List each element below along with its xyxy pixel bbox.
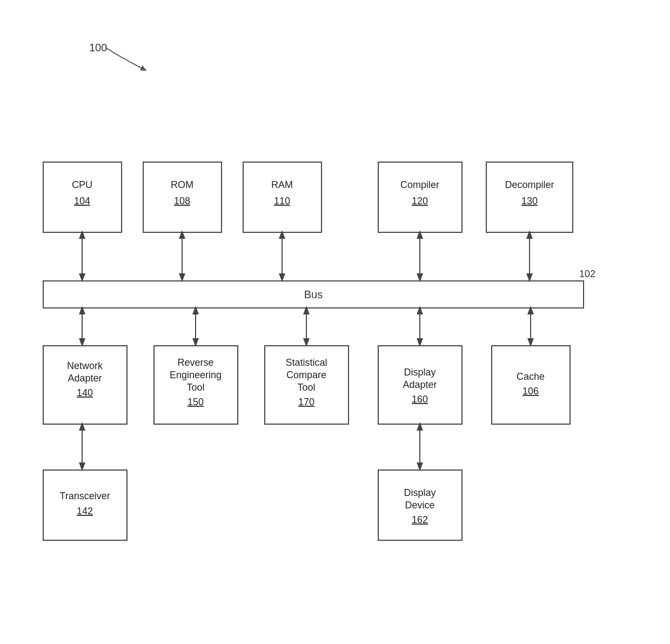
cache-ref: 106 [522, 386, 539, 397]
rom-label: ROM [171, 179, 193, 190]
dd-label1: Display [404, 487, 435, 498]
dd-label2: Device [405, 500, 434, 511]
sct-label3: Tool [297, 382, 315, 393]
ram-label: RAM [271, 179, 293, 190]
da-label2: Adapter [403, 379, 437, 390]
network-adapter-ref: 140 [77, 387, 93, 398]
ret-label3: Tool [186, 382, 204, 393]
rom-ref: 108 [174, 196, 190, 206]
diagram-container: 100 CPU 104 ROM 108 RAM 110 [0, 0, 670, 644]
decompiler-ref: 130 [521, 196, 538, 206]
cache-label: Cache [517, 371, 545, 382]
network-adapter-box [43, 346, 127, 424]
dd-ref: 162 [412, 514, 428, 525]
da-ref: 160 [412, 394, 428, 405]
decompiler-label: Decompiler [505, 179, 554, 190]
da-label1: Display [404, 367, 435, 378]
cache-box [492, 346, 570, 424]
transceiver-label: Transceiver [59, 491, 110, 501]
ram-ref: 110 [274, 196, 290, 206]
ret-label2: Engineering [170, 370, 222, 380]
sct-ref: 170 [298, 397, 314, 407]
transceiver-box [43, 470, 127, 540]
transceiver-ref: 142 [77, 506, 93, 516]
bus-ref-label: 102 [579, 269, 595, 279]
diagram-title: 100 [89, 42, 107, 53]
cpu-label: CPU [72, 179, 92, 190]
ret-label1: Reverse [177, 357, 213, 368]
bus-label: Bus [304, 289, 323, 300]
network-adapter-label2: Adapter [68, 373, 102, 384]
network-adapter-label1: Network [67, 360, 103, 371]
compiler-label: Compiler [400, 179, 439, 190]
ret-ref: 150 [187, 397, 204, 407]
sct-label1: Statistical [285, 357, 327, 368]
sct-label2: Compare [286, 370, 326, 380]
cpu-ref: 104 [74, 196, 90, 206]
compiler-ref: 120 [412, 196, 428, 206]
